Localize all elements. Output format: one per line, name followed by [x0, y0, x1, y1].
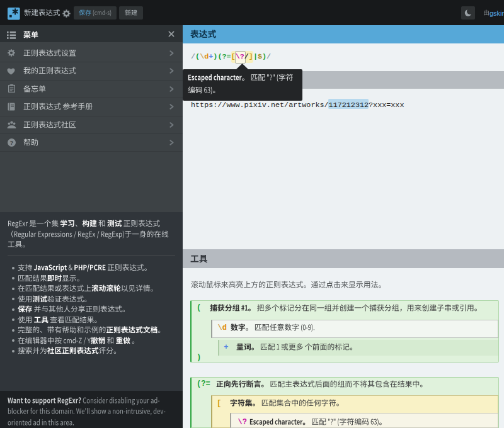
svg-text:?: ? — [10, 139, 14, 146]
